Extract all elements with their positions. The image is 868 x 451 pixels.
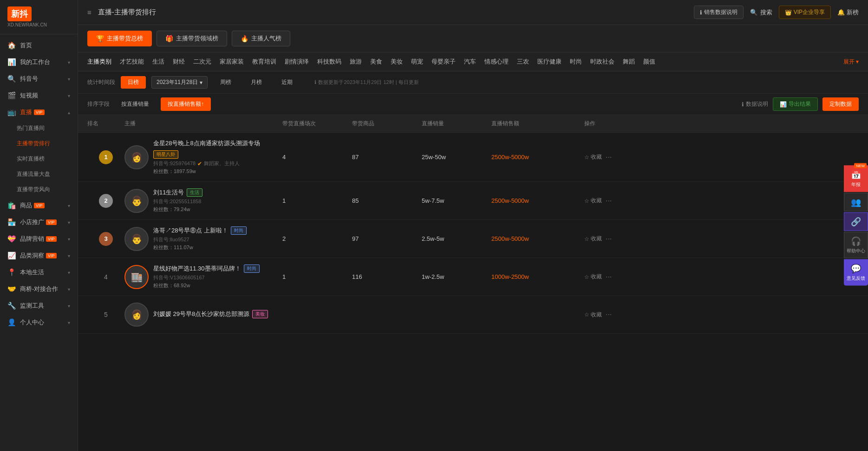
cat-talent[interactable]: 才艺技能 bbox=[120, 56, 144, 67]
action-cell: ☆ 收藏 ··· bbox=[584, 273, 640, 281]
collect-label: 收藏 bbox=[591, 311, 602, 319]
cat-edu[interactable]: 教育培训 bbox=[252, 56, 276, 67]
collect-label: 收藏 bbox=[591, 197, 602, 205]
more-button[interactable]: ··· bbox=[606, 310, 612, 319]
logo: 新抖 XD.NEWRANK.CN bbox=[0, 0, 78, 34]
cat-baby[interactable]: 母婴亲子 bbox=[431, 56, 456, 67]
date-picker[interactable]: 2023年11月28日 ▾ bbox=[151, 76, 208, 89]
collect-button[interactable]: ☆ 收藏 bbox=[584, 235, 602, 243]
sidebar-item-live[interactable]: 📺 直播 VIP ▴ bbox=[0, 104, 78, 121]
tab-domain-rank[interactable]: 🎁 主播带货领域榜 bbox=[157, 31, 227, 46]
cat-travel[interactable]: 旅游 bbox=[350, 56, 362, 67]
period-week-button[interactable]: 周榜 bbox=[213, 76, 238, 89]
cat-fashion[interactable]: 时尚 bbox=[570, 56, 582, 67]
sidebar-item-label: 抖音号 bbox=[20, 75, 38, 83]
sidebar-item-label: 商桥-对接合作 bbox=[20, 285, 58, 293]
cat-finance[interactable]: 财经 bbox=[173, 56, 185, 67]
period-recent-button[interactable]: 近期 bbox=[274, 76, 300, 89]
more-button[interactable]: ··· bbox=[606, 197, 612, 205]
float-users-button[interactable]: 👥 bbox=[844, 193, 868, 212]
collect-button[interactable]: ☆ 收藏 bbox=[584, 197, 602, 205]
new-rank-button[interactable]: 🔔 新榜 bbox=[837, 8, 859, 17]
cat-anime[interactable]: 二次元 bbox=[193, 56, 211, 67]
sidebar-item-flow[interactable]: 直播流量大盘 bbox=[0, 167, 78, 182]
more-button[interactable]: ··· bbox=[606, 273, 612, 281]
sidebar-item-hot-live[interactable]: 热门直播间 bbox=[0, 121, 78, 136]
sort-label: 排序字段 bbox=[87, 100, 110, 108]
sidebar-item-profile[interactable]: 👤 个人中心 ▾ bbox=[0, 314, 78, 331]
cat-home[interactable]: 家居家装 bbox=[220, 56, 244, 67]
chevron-icon: ▾ bbox=[68, 220, 70, 225]
cat-health[interactable]: 医疗健康 bbox=[537, 56, 561, 67]
sales-desc-button[interactable]: ℹ 销售数据说明 bbox=[694, 6, 744, 19]
sidebar-item-home[interactable]: 🏠 首页 bbox=[0, 37, 78, 54]
streamer-info: 洛哥↗28号早⑧点 上新啦！ 时尚 抖音号:lluo9527 粉丝数：111.0… bbox=[153, 226, 282, 251]
star-icon: ☆ bbox=[584, 198, 589, 204]
period-month-button[interactable]: 月榜 bbox=[244, 76, 269, 89]
cat-tech[interactable]: 科技数码 bbox=[317, 56, 341, 67]
rank-badge: 4 bbox=[99, 273, 113, 281]
sidebar-item-label: 品类洞察 bbox=[20, 251, 44, 260]
streamer-name: 刘11生活号 生活 bbox=[153, 188, 282, 197]
cat-emotion[interactable]: 情感心理 bbox=[484, 56, 509, 67]
collect-button[interactable]: ☆ 收藏 bbox=[584, 153, 602, 161]
sidebar-item-shop[interactable]: 🏪 小店推广 VIP ▾ bbox=[0, 214, 78, 231]
float-help-button[interactable]: 🎧 帮助中心 bbox=[844, 232, 868, 258]
cat-pet[interactable]: 萌宠 bbox=[411, 56, 423, 67]
sales-cell: 5w-7.5w bbox=[422, 197, 491, 204]
data-desc-label: 数据说明 bbox=[746, 100, 768, 108]
cat-car[interactable]: 汽车 bbox=[464, 56, 476, 67]
cat-drama[interactable]: 剧情演绎 bbox=[285, 56, 309, 67]
live-count-cell: 2 bbox=[282, 235, 352, 242]
sidebar-item-commerce[interactable]: 🤝 商桥-对接合作 ▾ bbox=[0, 281, 78, 297]
search-button[interactable]: 🔍 搜索 bbox=[750, 8, 772, 17]
more-button[interactable]: ··· bbox=[606, 153, 612, 161]
avatar: 👩 bbox=[124, 303, 149, 327]
collect-button[interactable]: ☆ 收藏 bbox=[584, 273, 602, 281]
sidebar-item-shortvideo[interactable]: 🎬 短视频 ▾ bbox=[0, 87, 78, 104]
menu-icon[interactable]: ≡ bbox=[87, 8, 91, 16]
float-link-button[interactable]: 🔗 bbox=[844, 213, 868, 231]
trophy-icon: 🏆 bbox=[96, 35, 104, 42]
cat-agri[interactable]: 三农 bbox=[517, 56, 529, 67]
period-day-button[interactable]: 日榜 bbox=[121, 76, 146, 89]
category-expand-button[interactable]: 展开 ▾ bbox=[843, 58, 859, 66]
link-icon: 🔗 bbox=[851, 217, 861, 227]
info-icon: ℹ bbox=[700, 9, 702, 16]
cat-beauty[interactable]: 美妆 bbox=[391, 56, 403, 67]
cat-life[interactable]: 生活 bbox=[152, 56, 164, 67]
export-button[interactable]: 📊 导出结果 bbox=[773, 97, 818, 111]
sort-by-count-button[interactable]: 按直播销量 bbox=[114, 97, 156, 111]
bell-icon: 🔔 bbox=[837, 9, 845, 16]
sidebar-item-live-rank[interactable]: 主播带货排行 bbox=[0, 136, 78, 151]
cat-dance[interactable]: 舞蹈 bbox=[623, 56, 635, 67]
sidebar-item-brand[interactable]: 💝 品牌营销 VIP ▾ bbox=[0, 231, 78, 247]
avatar: 👨 bbox=[124, 189, 149, 213]
tab-total-rank[interactable]: 🏆 主播带货总榜 bbox=[87, 31, 152, 46]
cat-all[interactable]: 主播类别 bbox=[87, 56, 111, 67]
cat-face[interactable]: 颜值 bbox=[643, 56, 655, 67]
sidebar-item-workspace[interactable]: 📊 我的工作台 ▾ bbox=[0, 54, 78, 71]
data-desc-button[interactable]: ℹ 数据说明 bbox=[742, 100, 768, 108]
sidebar-item-realtime[interactable]: 实时直播榜 bbox=[0, 151, 78, 167]
sort-by-amount-button[interactable]: 按直播销售额↑ bbox=[161, 97, 211, 111]
vip-enterprise-button[interactable]: 👑 VIP企业导享 bbox=[779, 6, 831, 19]
sidebar-item-douyin[interactable]: 🔍 抖音号 ▾ bbox=[0, 71, 78, 87]
float-annual-button[interactable]: NEW 📅 年报 bbox=[844, 166, 868, 192]
float-feedback-button[interactable]: 💬 意见反馈 bbox=[844, 259, 868, 286]
sidebar-item-trend[interactable]: 直播带货风向 bbox=[0, 182, 78, 197]
cat-food[interactable]: 美食 bbox=[370, 56, 382, 67]
collect-button[interactable]: ☆ 收藏 bbox=[584, 311, 602, 319]
amount-cell: 1000w-2500w bbox=[491, 273, 584, 280]
sidebar-item-local[interactable]: 📍 本地生活 ▾ bbox=[0, 264, 78, 281]
data-table: 排名 主播 带货直播场次 带货商品 直播销量 直播销售额 操作 1 👩 金星28… bbox=[78, 115, 868, 451]
live-count-cell: 1 bbox=[282, 273, 352, 280]
verified-icon: ✔ bbox=[197, 161, 202, 167]
custom-data-button[interactable]: 定制数据 bbox=[822, 97, 859, 111]
tab-popular-rank[interactable]: 🔥 主播人气榜 bbox=[232, 31, 290, 46]
cat-politics[interactable]: 时政社会 bbox=[590, 56, 614, 67]
sidebar-item-category[interactable]: 📈 品类洞察 VIP ▾ bbox=[0, 247, 78, 264]
more-button[interactable]: ··· bbox=[606, 235, 612, 243]
sidebar-item-monitor[interactable]: 🔧 监测工具 ▾ bbox=[0, 297, 78, 314]
sidebar-item-product[interactable]: 🛍️ 商品 VIP ▾ bbox=[0, 197, 78, 214]
